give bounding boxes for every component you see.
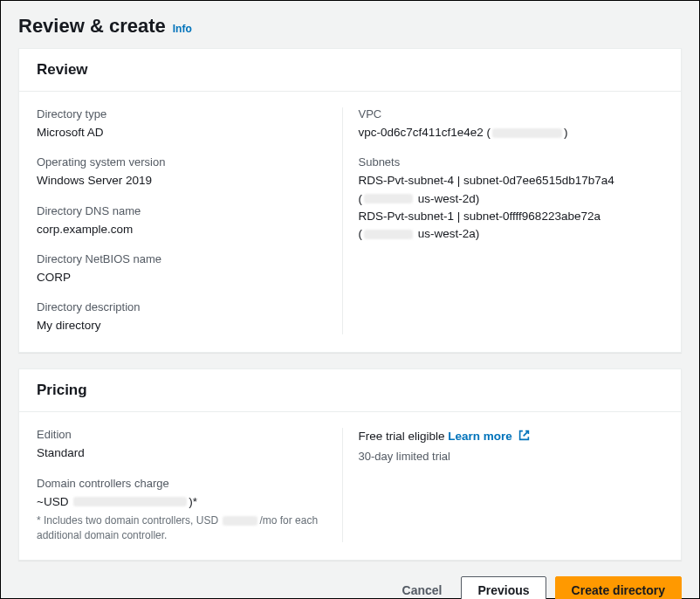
learn-more-link[interactable]: Learn more <box>448 430 529 443</box>
previous-button[interactable]: Previous <box>461 576 546 599</box>
page-header: Review & create Info <box>18 15 682 38</box>
edition-value: Standard <box>37 444 342 462</box>
info-link[interactable]: Info <box>173 23 192 35</box>
subnet-1-line1: RDS-Pvt-subnet-4 | subnet-0d7ee6515db17b… <box>359 172 664 189</box>
netbios-name-value: CORP <box>37 269 342 286</box>
vpc-value: vpc-0d6c7cf411cf1e4e2 () <box>359 124 664 141</box>
os-version-value: Windows Server 2019 <box>37 172 342 189</box>
pricing-left-column: Edition Standard Domain controllers char… <box>37 428 342 542</box>
review-heading: Review <box>19 49 681 92</box>
trial-subtext: 30-day limited trial <box>359 450 664 463</box>
pricing-right-column: Free trial eligible Learn more 30-day <box>359 428 664 542</box>
netbios-name-label: Directory NetBIOS name <box>37 252 342 265</box>
charge-value: ~USD )* <box>37 493 342 511</box>
redacted-subnet1 <box>364 194 413 203</box>
free-trial-label: Free trial eligible <box>359 430 445 443</box>
charge-footnote: * Includes two domain controllers, USD /… <box>37 513 342 543</box>
os-version-label: Operating system version <box>37 155 342 169</box>
review-right-column: VPC vpc-0d6c7cf411cf1e4e2 () Subnets RDS… <box>359 107 664 334</box>
page-title: Review & create <box>18 15 166 38</box>
description-label: Directory description <box>37 300 342 313</box>
review-left-column: Directory type Microsoft AD Operating sy… <box>37 107 342 334</box>
description-value: My directory <box>37 317 342 334</box>
redacted-addl-price <box>223 516 257 526</box>
create-directory-button[interactable]: Create directory <box>555 576 682 599</box>
vpc-label: VPC <box>359 107 664 120</box>
external-link-icon <box>518 430 530 441</box>
redacted-subnet2 <box>364 230 413 239</box>
review-panel: Review Directory type Microsoft AD Opera… <box>18 48 682 353</box>
vpc-id: vpc-0d6c7cf411cf1e4e2 ( <box>359 126 491 139</box>
pricing-heading: Pricing <box>19 369 681 412</box>
subnet-2-line1: RDS-Pvt-subnet-1 | subnet-0ffff968223abe… <box>359 208 664 225</box>
dns-name-label: Directory DNS name <box>37 204 342 217</box>
pricing-panel: Pricing Edition Standard Domain controll… <box>18 368 682 561</box>
edition-label: Edition <box>37 428 342 441</box>
subnets-value: RDS-Pvt-subnet-4 | subnet-0d7ee6515db17b… <box>359 172 664 243</box>
cancel-button[interactable]: Cancel <box>392 576 453 599</box>
action-buttons: Cancel Previous Create directory <box>18 576 682 599</box>
subnets-label: Subnets <box>359 155 664 169</box>
directory-type-value: Microsoft AD <box>37 124 342 141</box>
redacted-vpc-name <box>492 128 562 138</box>
dns-name-value: corp.example.com <box>37 221 342 238</box>
redacted-charge <box>73 497 187 506</box>
directory-type-label: Directory type <box>37 107 342 120</box>
charge-label: Domain controllers charge <box>37 477 342 490</box>
